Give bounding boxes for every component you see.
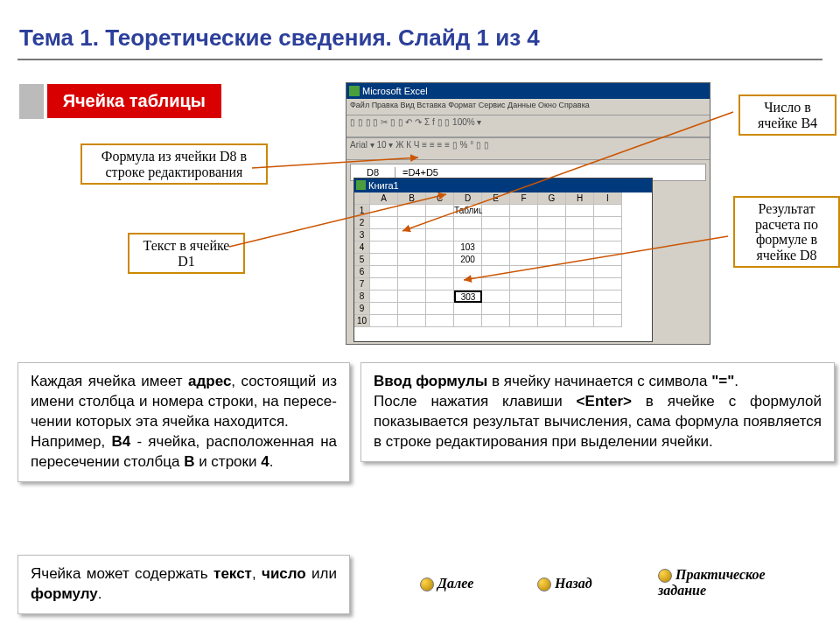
textbox-cell-content: Ячейка может содержать текст, число или … [18,555,350,614]
excel-titlebar: Microsoft Excel [346,83,710,99]
nav-task[interactable]: Практическое задание [658,567,807,598]
title-divider [18,59,822,60]
excel-grid: ABCDEFGHI1Таблица12341035200678303910 [354,192,652,327]
callout-result-d8: Результат расчета по формуле в ячейке D8 [733,196,840,268]
excel-workbook: Книга1 ABCDEFGHI1Таблица1234103520067830… [354,178,653,342]
bullet-icon [537,578,551,592]
badge-decoration [19,84,44,119]
callout-number-b4: Число в ячейке В4 [738,94,836,136]
section-badge: Ячейка таблицы [19,84,221,119]
page-title: Тема 1. Теоретические сведения. Слайд 1 … [0,0,840,57]
excel-menubar: Файл Правка Вид Вставка Формат Сервис Да… [346,99,710,115]
callout-formula: Формула из ячейки D8 в строке редактиров… [80,144,268,185]
nav-back[interactable]: Назад [537,576,592,592]
textbox-formula-entry: Ввод формулы в ячейку начинается с симво… [360,362,835,462]
excel-formula-content: =D4+D5 [396,167,438,178]
textbox-address: Каждая ячейка имеет адрес, состоящий из … [18,362,350,482]
bullet-icon [658,569,672,583]
excel-toolbar-2: Arial ▾ 10 ▾ Ж К Ч ≡ ≡ ≡ ≡ ▯ % ° ▯ ▯ [346,137,710,160]
excel-window: Microsoft Excel Файл Правка Вид Вставка … [346,82,710,345]
workbook-title: Книга1 [354,178,652,192]
nav-next[interactable]: Далее [420,576,473,592]
excel-toolbar-1: ▯ ▯ ▯ ▯ ✂ ▯ ▯ ↶ ↷ Σ f ▯ ▯ 100% ▾ [346,115,710,137]
bullet-icon [420,578,434,592]
excel-namebox: D8 [351,167,396,178]
badge-label: Ячейка таблицы [47,84,221,118]
callout-text-d1: Текст в ячейке D1 [128,233,245,274]
